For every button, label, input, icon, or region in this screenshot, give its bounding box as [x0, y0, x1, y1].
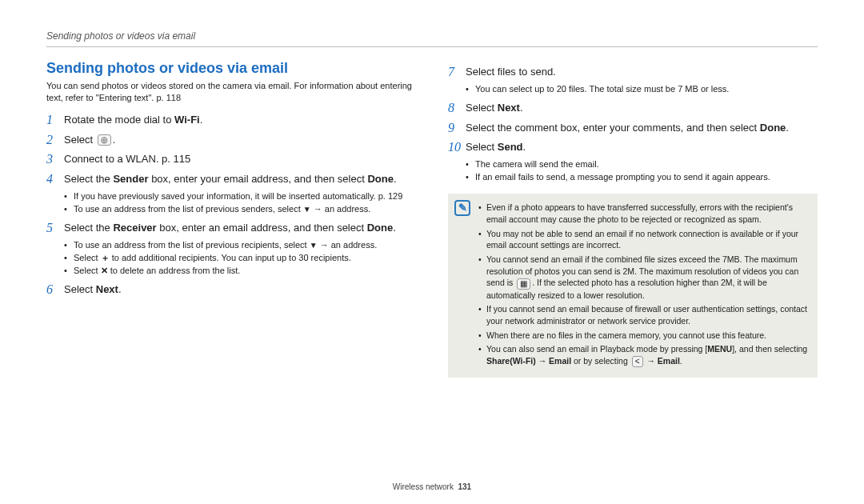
step-sublist: •If you have previously saved your infor… [64, 190, 416, 216]
step-number: 8 [448, 101, 466, 116]
step: 7Select files to send.•You can select up… [448, 65, 818, 96]
step: 8Select Next. [448, 101, 818, 116]
bullet-item: •Select ＋ to add additional recipients. … [64, 252, 416, 265]
bullet-item: •To use an address from the list of prev… [64, 239, 416, 252]
page-footer: Wireless network 131 [0, 482, 864, 491]
bullet-item: •If you have previously saved your infor… [64, 190, 416, 203]
running-header: Sending photos or videos via email [46, 30, 818, 42]
left-column: Sending photos or videos via email You c… [46, 60, 416, 378]
note-box: ✎ •Even if a photo appears to have trans… [448, 194, 818, 378]
footer-section: Wireless network [393, 482, 454, 491]
bullet-item: •Select ✕ to delete an address from the … [64, 265, 416, 278]
step: 9Select the comment box, enter your comm… [448, 121, 818, 136]
step-number: 3 [46, 152, 64, 167]
steps-left: 1Rotate the mode dial to Wi-Fi.2Select ◎… [46, 113, 416, 298]
note-item: •When there are no files in the camera m… [478, 330, 808, 342]
step-number: 10 [448, 140, 466, 184]
note-item: •You cannot send an email if the combine… [478, 254, 808, 301]
step-body: Select Next. [466, 101, 818, 116]
step-sublist: •To use an address from the list of prev… [64, 239, 416, 278]
step-number: 4 [46, 172, 64, 216]
section-title: Sending photos or videos via email [46, 60, 416, 77]
step-body: Select the comment box, enter your comme… [466, 121, 818, 136]
step-number: 7 [448, 65, 466, 96]
step-body: Connect to a WLAN. p. 115 [64, 152, 416, 167]
step-body: Select files to send.•You can select up … [466, 65, 818, 96]
note-icon: ✎ [454, 200, 470, 216]
intro-text: You can send photos or videos stored on … [46, 80, 416, 105]
manual-page: Sending photos or videos via email Sendi… [0, 0, 864, 504]
step-body: Select ◎. [64, 133, 416, 148]
share-icon: < [632, 356, 643, 367]
step: 4Select the Sender box, enter your email… [46, 172, 416, 216]
note-item: •You may not be able to send an email if… [478, 228, 808, 251]
step-sublist: •The camera will send the email.•If an e… [466, 158, 818, 184]
step-sublist: •You can select up to 20 files. The tota… [466, 83, 818, 96]
step: 6Select Next. [46, 282, 416, 298]
step-body: Select the Receiver box, enter an email … [64, 221, 416, 278]
step: 3Connect to a WLAN. p. 115 [46, 152, 416, 167]
note-item: •If you cannot send an email because of … [478, 303, 808, 326]
bullet-item: •To use an address from the list of prev… [64, 203, 416, 216]
bullet-item: •The camera will send the email. [466, 158, 818, 171]
note-item: •You can also send an email in Playback … [478, 343, 808, 367]
step-body: Select Next. [64, 282, 416, 298]
right-column: 7Select files to send.•You can select up… [448, 60, 818, 378]
bullet-item: •You can select up to 20 files. The tota… [466, 83, 818, 96]
step-number: 1 [46, 113, 64, 128]
step-body: Select the Sender box, enter your email … [64, 172, 416, 216]
step-body: Select Send.•The camera will send the em… [466, 140, 818, 184]
step-number: 6 [46, 282, 64, 298]
bullet-item: •If an email fails to send, a message pr… [466, 171, 818, 184]
step: 10Select Send.•The camera will send the … [448, 140, 818, 184]
note-item: •Even if a photo appears to have transfe… [478, 202, 808, 225]
steps-right: 7Select files to send.•You can select up… [448, 65, 818, 184]
video-res-icon: ▦ [517, 278, 530, 290]
step-number: 9 [448, 121, 466, 136]
step-number: 5 [46, 221, 64, 278]
step-number: 2 [46, 133, 64, 148]
footer-page-number: 131 [458, 482, 472, 491]
header-rule [46, 46, 818, 47]
step: 1Rotate the mode dial to Wi-Fi. [46, 113, 416, 128]
step-body: Rotate the mode dial to Wi-Fi. [64, 113, 416, 128]
two-column-layout: Sending photos or videos via email You c… [46, 60, 818, 378]
step: 2Select ◎. [46, 133, 416, 148]
email-app-icon: ◎ [98, 134, 111, 146]
step: 5Select the Receiver box, enter an email… [46, 221, 416, 278]
